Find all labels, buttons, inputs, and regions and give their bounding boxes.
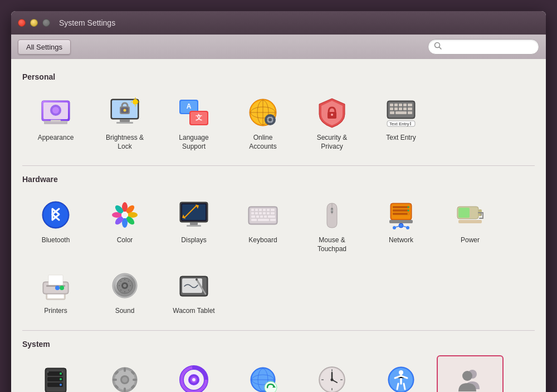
network-label: Network — [389, 236, 413, 245]
svg-rect-83 — [255, 209, 258, 211]
mouse-touchpad-label: Mouse &Touchpad — [317, 236, 346, 253]
bluetooth-item[interactable]: Bluetooth — [22, 190, 89, 259]
svg-point-15 — [124, 109, 126, 112]
svg-rect-46 — [399, 104, 402, 106]
svg-rect-48 — [408, 104, 412, 106]
svg-point-41 — [331, 114, 333, 116]
software-updates-item[interactable]: Software &Updates — [229, 355, 296, 392]
svg-rect-98 — [268, 215, 275, 218]
svg-point-165 — [122, 377, 128, 383]
svg-rect-169 — [133, 379, 137, 381]
svg-point-116 — [406, 226, 409, 229]
details-item[interactable]: Details — [91, 355, 158, 392]
svg-rect-37 — [270, 122, 271, 125]
color-label: Color — [117, 236, 133, 245]
svg-point-140 — [130, 285, 131, 286]
svg-rect-89 — [255, 212, 258, 214]
svg-point-71 — [121, 212, 128, 218]
language-support-icon: A 文 — [176, 95, 212, 130]
wacom-tablet-icon — [176, 268, 212, 303]
svg-point-159 — [60, 384, 62, 386]
time-date-item[interactable]: Time & Date — [299, 355, 365, 392]
brightness-lock-label: Brightness &Lock — [106, 134, 144, 151]
hardware-grid: Bluetooth — [22, 190, 535, 321]
online-accounts-label: OnlineAccounts — [249, 134, 276, 151]
network-item[interactable]: Network — [368, 190, 434, 259]
mouse-touchpad-item[interactable]: Mouse &Touchpad — [299, 190, 365, 259]
hardware-section-title: Hardware — [22, 175, 535, 184]
printers-item[interactable]: Printers — [22, 261, 89, 321]
hardware-section: Hardware Bluetooth — [22, 175, 535, 321]
printers-label: Printers — [44, 307, 67, 316]
software-updates-icon — [245, 362, 281, 392]
text-entry-item[interactable]: Text Entry Text Entry — [368, 88, 434, 156]
svg-rect-88 — [251, 212, 254, 214]
landscape-service-item[interactable]: LandscapeService — [160, 355, 227, 392]
language-support-label: LanguageSupport — [179, 134, 208, 151]
text-entry-icon: Text Entry — [383, 95, 419, 130]
svg-rect-44 — [390, 104, 393, 106]
language-support-item[interactable]: A 文 LanguageSupport — [160, 88, 227, 156]
keyboard-icon — [245, 197, 281, 233]
svg-rect-113 — [389, 220, 413, 223]
all-settings-button[interactable]: All Settings — [18, 40, 71, 55]
close-button[interactable] — [18, 19, 26, 27]
svg-point-158 — [60, 378, 62, 380]
svg-point-143 — [120, 290, 121, 291]
bluetooth-icon — [38, 197, 74, 233]
svg-rect-108 — [393, 209, 409, 212]
svg-rect-82 — [251, 209, 254, 211]
personal-section-title: Personal — [22, 72, 535, 81]
system-section: System — [22, 340, 535, 392]
svg-rect-11 — [120, 119, 130, 122]
svg-point-115 — [393, 226, 396, 229]
svg-rect-78 — [190, 222, 198, 225]
displays-item[interactable]: Displays — [160, 190, 227, 259]
svg-rect-86 — [267, 209, 270, 211]
universal-access-item[interactable]: UniversalAccess — [368, 355, 434, 392]
svg-point-160 — [47, 371, 49, 373]
bluetooth-label: Bluetooth — [42, 236, 70, 245]
maximize-button[interactable] — [42, 19, 50, 27]
minimize-button[interactable] — [30, 19, 38, 27]
system-divider — [22, 330, 535, 331]
svg-rect-95 — [256, 215, 259, 218]
sound-item[interactable]: Sound — [91, 261, 158, 321]
user-accounts-item[interactable]: User Accounts — [437, 355, 504, 392]
color-item[interactable]: Color — [91, 190, 158, 259]
svg-rect-54 — [390, 111, 394, 114]
svg-line-1 — [439, 47, 442, 50]
svg-rect-53 — [408, 107, 412, 110]
color-icon — [107, 197, 143, 233]
svg-rect-96 — [260, 215, 263, 218]
keyboard-item[interactable]: Keyboard — [229, 190, 296, 259]
hardware-divider — [22, 165, 535, 166]
wacom-tablet-item[interactable]: Wacom Tablet — [160, 261, 227, 321]
svg-rect-101 — [270, 219, 276, 221]
appearance-icon — [38, 95, 74, 130]
toolbar: All Settings — [11, 35, 546, 59]
system-settings-window: System Settings All Settings Personal — [11, 11, 546, 392]
power-item[interactable]: Power — [437, 190, 504, 259]
svg-point-137 — [123, 284, 126, 287]
appearance-label: Appearance — [38, 134, 74, 143]
appearance-item[interactable]: Appearance — [22, 88, 89, 156]
svg-rect-39 — [273, 119, 275, 120]
universal-access-icon — [383, 362, 419, 392]
svg-point-110 — [408, 207, 409, 208]
brightness-lock-item[interactable]: Brightness &Lock — [91, 88, 158, 156]
system-grid: Backups — [22, 355, 535, 392]
online-accounts-item[interactable]: OnlineAccounts — [229, 88, 296, 156]
svg-rect-166 — [124, 367, 126, 372]
search-input[interactable] — [445, 43, 539, 51]
svg-rect-93 — [271, 212, 275, 214]
backups-item[interactable]: Backups — [22, 355, 89, 392]
svg-point-16 — [133, 99, 138, 105]
search-icon — [434, 42, 442, 52]
svg-rect-38 — [265, 119, 267, 120]
sound-icon — [107, 268, 143, 303]
svg-point-104 — [331, 209, 333, 212]
security-privacy-item[interactable]: Security &Privacy — [299, 88, 365, 156]
power-label: Power — [461, 236, 480, 245]
window-title: System Settings — [59, 18, 539, 27]
